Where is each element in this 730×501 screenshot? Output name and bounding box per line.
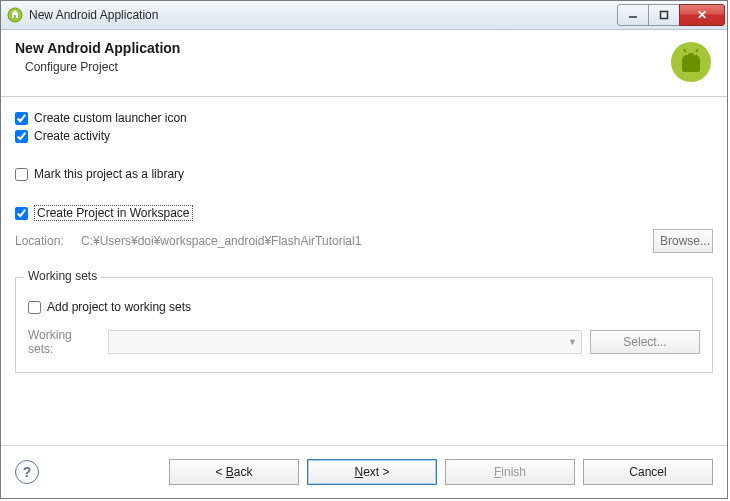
option-create-launcher-icon[interactable]: Create custom launcher icon xyxy=(15,111,713,125)
wizard-banner: New Android Application Configure Projec… xyxy=(1,30,727,97)
minimize-button[interactable] xyxy=(617,4,649,26)
location-input xyxy=(79,231,645,251)
next-button[interactable]: Next > xyxy=(307,459,437,485)
create-in-workspace-label: Create Project in Workspace xyxy=(34,205,193,221)
location-label: Location: xyxy=(15,234,71,248)
cancel-button[interactable]: Cancel xyxy=(583,459,713,485)
svg-point-5 xyxy=(686,53,689,56)
dialog-window: New Android Application ✕ New Android Ap… xyxy=(0,0,728,499)
app-icon xyxy=(7,7,23,23)
working-sets-legend: Working sets xyxy=(24,269,101,283)
working-sets-combo-label: Working sets: xyxy=(28,328,100,356)
wizard-footer: ? < Back Next > Finish Cancel xyxy=(1,445,727,498)
create-in-workspace-checkbox[interactable] xyxy=(15,207,28,220)
working-sets-group: Working sets Add project to working sets… xyxy=(15,277,713,373)
window-title: New Android Application xyxy=(29,8,618,22)
svg-point-6 xyxy=(694,53,697,56)
svg-rect-2 xyxy=(661,12,668,19)
mark-library-checkbox[interactable] xyxy=(15,168,28,181)
working-sets-combo: ▼ xyxy=(108,330,582,354)
option-create-activity[interactable]: Create activity xyxy=(15,129,713,143)
help-icon[interactable]: ? xyxy=(15,460,39,484)
option-create-in-workspace[interactable]: Create Project in Workspace xyxy=(15,205,713,221)
create-activity-checkbox[interactable] xyxy=(15,130,28,143)
android-icon xyxy=(669,40,713,84)
create-launcher-icon-checkbox[interactable] xyxy=(15,112,28,125)
svg-rect-4 xyxy=(682,58,700,72)
window-controls: ✕ xyxy=(618,4,725,26)
titlebar: New Android Application ✕ xyxy=(1,1,727,30)
location-row: Location: Browse... xyxy=(15,229,713,253)
banner-subtitle: Configure Project xyxy=(25,60,180,74)
finish-button: Finish xyxy=(445,459,575,485)
maximize-button[interactable] xyxy=(648,4,680,26)
working-sets-row: Working sets: ▼ Select... xyxy=(28,328,700,356)
option-mark-library[interactable]: Mark this project as a library xyxy=(15,167,713,181)
select-working-sets-button: Select... xyxy=(590,330,700,354)
create-launcher-icon-label: Create custom launcher icon xyxy=(34,111,187,125)
add-to-working-sets-checkbox[interactable] xyxy=(28,301,41,314)
mark-library-label: Mark this project as a library xyxy=(34,167,184,181)
chevron-down-icon: ▼ xyxy=(568,337,577,347)
browse-button[interactable]: Browse... xyxy=(653,229,713,253)
back-button[interactable]: < Back xyxy=(169,459,299,485)
banner-heading: New Android Application xyxy=(15,40,180,56)
add-to-working-sets-label: Add project to working sets xyxy=(47,300,191,314)
option-add-to-working-sets[interactable]: Add project to working sets xyxy=(28,300,700,314)
wizard-body: Create custom launcher icon Create activ… xyxy=(1,97,727,445)
close-button[interactable]: ✕ xyxy=(679,4,725,26)
create-activity-label: Create activity xyxy=(34,129,110,143)
